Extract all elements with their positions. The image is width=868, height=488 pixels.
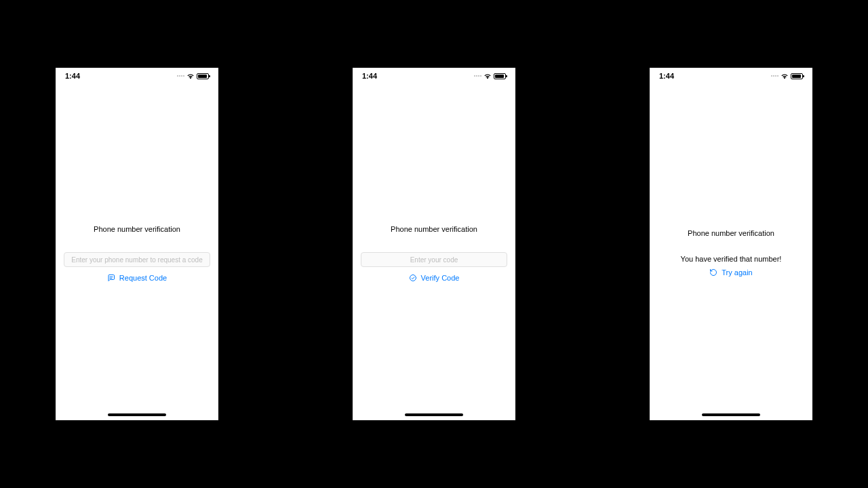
verify-code-button[interactable]: Verify Code (409, 274, 460, 282)
screen-content: Phone number verification Verify Code (353, 68, 515, 420)
message-icon (107, 274, 115, 282)
request-code-button[interactable]: Request Code (107, 274, 167, 282)
success-message: You have verified that number! (681, 255, 782, 263)
try-again-label: Try again (722, 268, 752, 277)
check-circle-icon (409, 274, 417, 282)
svg-point-2 (410, 275, 416, 281)
phone-screen-verify: 1:44 Phone number verification Verify Co… (353, 68, 515, 420)
phone-number-input[interactable] (64, 252, 210, 267)
home-indicator (108, 413, 166, 416)
phone-screen-success: 1:44 Phone number verification You have … (650, 68, 812, 420)
page-title: Phone number verification (94, 225, 180, 233)
phone-screen-request: 1:44 Phone number verification Request C… (56, 68, 218, 420)
page-title: Phone number verification (391, 225, 477, 233)
screen-content: Phone number verification Request Code (56, 68, 218, 420)
home-indicator (702, 413, 760, 416)
try-again-button[interactable]: Try again (709, 268, 752, 277)
screen-content: Phone number verification You have verif… (650, 68, 812, 420)
page-title: Phone number verification (688, 229, 774, 237)
verify-code-label: Verify Code (421, 274, 460, 282)
request-code-label: Request Code (119, 274, 167, 282)
refresh-icon (709, 268, 717, 277)
verification-code-input[interactable] (361, 252, 507, 267)
home-indicator (405, 413, 463, 416)
